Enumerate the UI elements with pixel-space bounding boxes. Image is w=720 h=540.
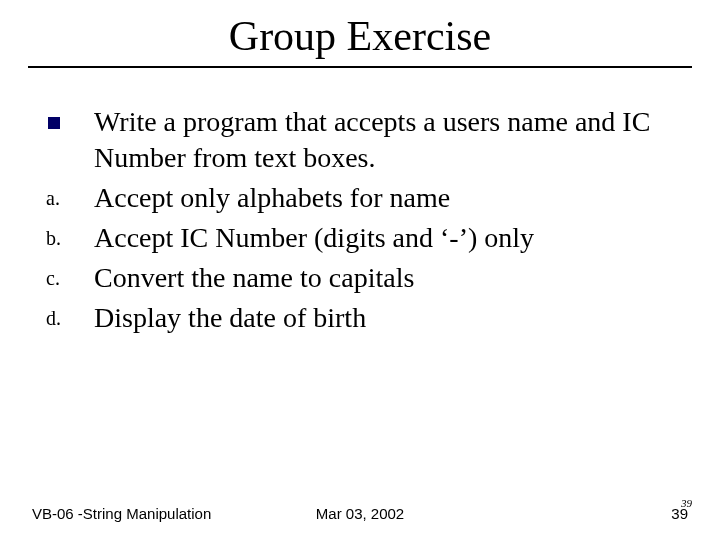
list-text: Accept only alphabets for name xyxy=(94,180,678,216)
bullet-text: Write a program that accepts a users nam… xyxy=(94,104,678,176)
list-item: d. Display the date of birth xyxy=(42,300,678,336)
list-item: c. Convert the name to capitals xyxy=(42,260,678,296)
slide-title: Group Exercise xyxy=(0,0,720,66)
list-text: Convert the name to capitals xyxy=(94,260,678,296)
list-text: Display the date of birth xyxy=(94,300,678,336)
list-marker: b. xyxy=(42,220,94,256)
page-number-overlay: 39 xyxy=(681,497,692,509)
list-text: Accept IC Number (digits and ‘-’) only xyxy=(94,220,678,256)
bullet-row: Write a program that accepts a users nam… xyxy=(42,104,678,176)
slide-footer: Mar 03, 2002 VB-06 -String Manipulation … xyxy=(0,505,720,522)
footer-page: 39 39 xyxy=(671,505,688,522)
list-item: b. Accept IC Number (digits and ‘-’) onl… xyxy=(42,220,678,256)
list-marker: c. xyxy=(42,260,94,296)
slide-body: Write a program that accepts a users nam… xyxy=(0,68,720,336)
footer-date: Mar 03, 2002 xyxy=(0,505,720,522)
list-marker: a. xyxy=(42,180,94,216)
square-bullet-icon xyxy=(42,104,94,140)
list-item: a. Accept only alphabets for name xyxy=(42,180,678,216)
list-marker: d. xyxy=(42,300,94,336)
